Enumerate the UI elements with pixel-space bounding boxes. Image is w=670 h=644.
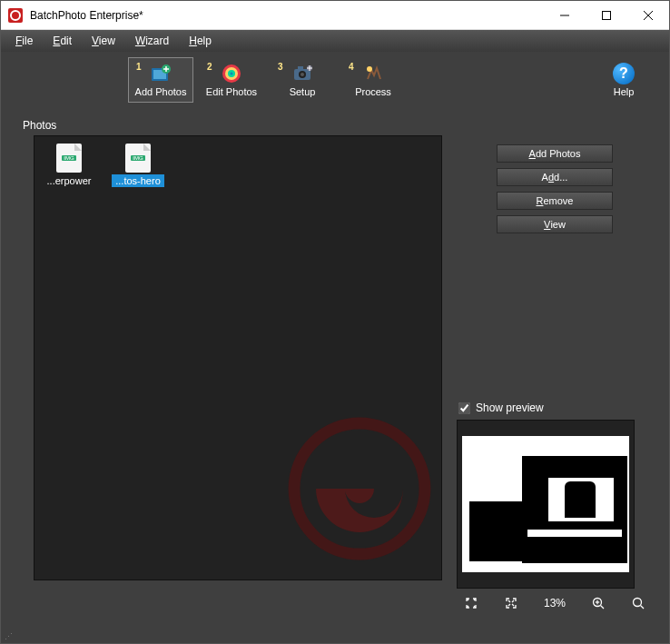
menu-wizard[interactable]: Wizard — [126, 33, 178, 49]
svg-rect-1 — [603, 11, 611, 19]
content-area: 1 Add Photos 2 Edit Photos 3 Setup 4 Pro… — [1, 52, 669, 627]
side-panel: Add Photos Add... Remove View Show previ… — [457, 135, 653, 610]
add-button[interactable]: Add... — [497, 168, 613, 186]
maximize-icon — [602, 11, 611, 20]
preview-section: Show preview — [457, 401, 653, 610]
toolbar-label: Add Photos — [135, 86, 187, 97]
resize-grip[interactable]: ⋰ — [5, 633, 14, 641]
edit-photos-icon — [221, 63, 242, 84]
toolbar-add-photos[interactable]: 1 Add Photos — [128, 57, 193, 103]
toolbar-setup[interactable]: 3 Setup — [270, 57, 335, 103]
svg-rect-14 — [298, 66, 303, 69]
toolbar-help[interactable]: ? Help — [596, 57, 651, 103]
help-icon: ? — [613, 63, 635, 84]
menubar: File Edit View Wizard Help — [1, 30, 669, 52]
thumb-label: ...erpower — [44, 174, 95, 187]
step-number: 1 — [136, 62, 142, 72]
fit-to-window-button[interactable] — [464, 596, 478, 610]
watermark-swirl-icon — [287, 416, 432, 561]
menu-edit[interactable]: Edit — [44, 33, 81, 49]
image-file-icon: IMG — [125, 144, 151, 173]
photos-panel[interactable]: IMG ...erpower IMG ...tos-hero — [34, 135, 442, 580]
fullscreen-icon — [505, 597, 517, 609]
fit-icon — [465, 597, 478, 609]
main-area: IMG ...erpower IMG ...tos-hero Add Photo… — [1, 135, 669, 627]
status-bar: ⋰ — [1, 627, 669, 643]
toolbar-edit-photos[interactable]: 2 Edit Photos — [199, 57, 264, 103]
zoom-percent: 13% — [544, 597, 566, 609]
image-file-icon: IMG — [56, 144, 82, 173]
menu-file[interactable]: File — [6, 33, 42, 49]
svg-point-13 — [301, 73, 304, 76]
app-window: BatchPhoto Enterprise* File Edit View Wi… — [0, 0, 670, 644]
photos-section-label: Photos — [1, 114, 669, 135]
add-photos-button[interactable]: Add Photos — [497, 144, 613, 163]
process-icon — [362, 63, 384, 84]
toolbar-label: Setup — [290, 86, 316, 97]
setup-icon — [291, 63, 313, 84]
preview-image — [462, 436, 629, 572]
step-number: 4 — [349, 62, 354, 72]
zoom-out-button[interactable] — [631, 596, 645, 610]
svg-line-23 — [640, 606, 644, 609]
toolbar-label: Process — [355, 86, 391, 97]
thumb-label: ...tos-hero — [112, 174, 164, 187]
window-controls — [544, 1, 669, 29]
remove-button[interactable]: Remove — [497, 192, 613, 210]
view-button[interactable]: View — [497, 215, 613, 233]
zoom-out-icon — [632, 597, 645, 609]
close-button[interactable] — [627, 1, 669, 29]
step-number: 3 — [278, 62, 283, 72]
preview-box — [457, 420, 635, 589]
zoom-in-button[interactable] — [591, 596, 606, 610]
svg-line-19 — [600, 606, 604, 609]
window-title: BatchPhoto Enterprise* — [30, 9, 544, 22]
step-number: 2 — [207, 62, 212, 72]
show-preview-input[interactable] — [458, 402, 470, 414]
add-photos-icon — [150, 63, 172, 84]
photo-thumb[interactable]: IMG ...erpower — [40, 144, 98, 187]
maximize-button[interactable] — [586, 1, 627, 29]
preview-controls: 13% — [457, 589, 653, 610]
menu-help[interactable]: Help — [180, 33, 221, 49]
toolbar: 1 Add Photos 2 Edit Photos 3 Setup 4 Pro… — [1, 52, 669, 106]
side-buttons: Add Photos Add... Remove View — [457, 144, 653, 233]
zoom-in-icon — [592, 597, 605, 609]
menu-view[interactable]: View — [83, 33, 124, 49]
toolbar-label: Help — [614, 86, 635, 97]
close-icon — [644, 11, 653, 20]
svg-point-16 — [367, 66, 372, 72]
toolbar-label: Edit Photos — [206, 86, 257, 97]
fullscreen-button[interactable] — [504, 596, 518, 610]
titlebar: BatchPhoto Enterprise* — [1, 1, 669, 30]
show-preview-checkbox[interactable]: Show preview — [457, 401, 653, 414]
svg-point-22 — [633, 599, 641, 607]
svg-point-10 — [231, 73, 233, 75]
toolbar-process[interactable]: 4 Process — [340, 57, 406, 103]
minimize-button[interactable] — [544, 1, 586, 29]
minimize-icon — [560, 11, 569, 20]
app-icon — [8, 8, 23, 23]
photo-thumb[interactable]: IMG ...tos-hero — [109, 144, 167, 187]
thumbnails: IMG ...erpower IMG ...tos-hero — [34, 136, 172, 194]
